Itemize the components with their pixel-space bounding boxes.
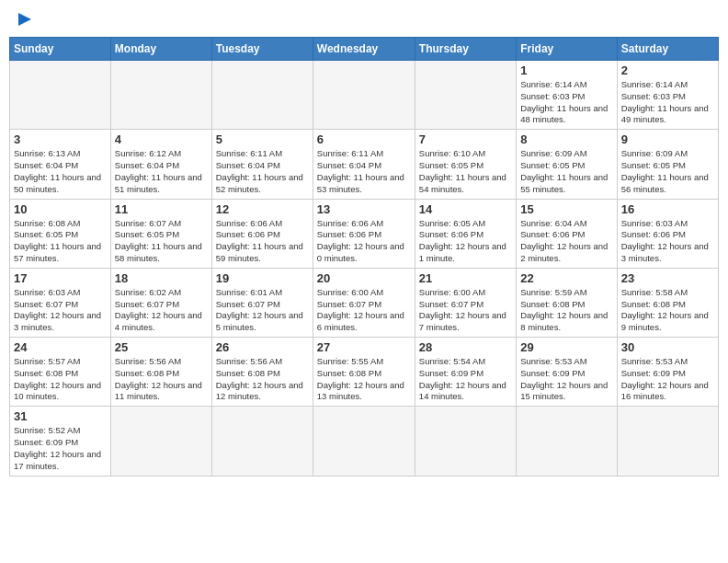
calendar-cell: 8Sunrise: 6:09 AM Sunset: 6:05 PM Daylig… bbox=[517, 130, 617, 199]
calendar-cell: 4Sunrise: 6:12 AM Sunset: 6:04 PM Daylig… bbox=[110, 130, 211, 199]
weekday-header: Wednesday bbox=[313, 38, 415, 61]
calendar-cell: 24Sunrise: 5:57 AM Sunset: 6:08 PM Dayli… bbox=[10, 338, 111, 407]
day-info: Sunrise: 6:10 AM Sunset: 6:05 PM Dayligh… bbox=[419, 148, 512, 195]
calendar-cell: 29Sunrise: 5:53 AM Sunset: 6:09 PM Dayli… bbox=[517, 338, 617, 407]
day-number: 31 bbox=[14, 409, 107, 423]
day-info: Sunrise: 5:56 AM Sunset: 6:08 PM Dayligh… bbox=[216, 356, 309, 403]
day-number: 23 bbox=[621, 271, 714, 285]
calendar-cell: 5Sunrise: 6:11 AM Sunset: 6:04 PM Daylig… bbox=[211, 130, 313, 199]
calendar-cell: 9Sunrise: 6:09 AM Sunset: 6:05 PM Daylig… bbox=[617, 130, 718, 199]
day-info: Sunrise: 6:00 AM Sunset: 6:07 PM Dayligh… bbox=[317, 287, 411, 334]
day-number: 2 bbox=[621, 63, 714, 77]
day-info: Sunrise: 6:13 AM Sunset: 6:04 PM Dayligh… bbox=[14, 148, 107, 195]
day-number: 12 bbox=[216, 202, 309, 216]
day-number: 20 bbox=[317, 271, 411, 285]
weekday-header: Saturday bbox=[617, 38, 718, 61]
calendar-cell: 11Sunrise: 6:07 AM Sunset: 6:05 PM Dayli… bbox=[110, 199, 211, 268]
day-number: 24 bbox=[14, 340, 107, 354]
day-info: Sunrise: 6:07 AM Sunset: 6:05 PM Dayligh… bbox=[115, 218, 208, 265]
calendar-week-row: 3Sunrise: 6:13 AM Sunset: 6:04 PM Daylig… bbox=[10, 130, 719, 199]
day-number: 26 bbox=[216, 340, 309, 354]
day-info: Sunrise: 6:06 AM Sunset: 6:06 PM Dayligh… bbox=[317, 218, 411, 265]
calendar-cell: 14Sunrise: 6:05 AM Sunset: 6:06 PM Dayli… bbox=[415, 199, 516, 268]
calendar-week-row: 24Sunrise: 5:57 AM Sunset: 6:08 PM Dayli… bbox=[10, 338, 719, 407]
day-info: Sunrise: 5:54 AM Sunset: 6:09 PM Dayligh… bbox=[419, 356, 512, 403]
day-number: 3 bbox=[14, 132, 107, 146]
calendar-cell bbox=[415, 407, 516, 476]
day-info: Sunrise: 6:02 AM Sunset: 6:07 PM Dayligh… bbox=[115, 287, 208, 334]
calendar-week-row: 10Sunrise: 6:08 AM Sunset: 6:05 PM Dayli… bbox=[10, 199, 719, 268]
day-info: Sunrise: 6:08 AM Sunset: 6:05 PM Dayligh… bbox=[14, 218, 107, 265]
calendar-cell: 26Sunrise: 5:56 AM Sunset: 6:08 PM Dayli… bbox=[211, 338, 313, 407]
weekday-header: Tuesday bbox=[211, 38, 313, 61]
day-number: 6 bbox=[317, 132, 411, 146]
day-info: Sunrise: 5:58 AM Sunset: 6:08 PM Dayligh… bbox=[621, 287, 714, 334]
day-info: Sunrise: 5:55 AM Sunset: 6:08 PM Dayligh… bbox=[317, 356, 411, 403]
day-number: 13 bbox=[317, 202, 411, 216]
calendar-cell: 23Sunrise: 5:58 AM Sunset: 6:08 PM Dayli… bbox=[617, 268, 718, 337]
calendar-cell: 19Sunrise: 6:01 AM Sunset: 6:07 PM Dayli… bbox=[211, 268, 313, 337]
day-number: 7 bbox=[419, 132, 512, 146]
day-number: 17 bbox=[14, 271, 107, 285]
page-header bbox=[9, 9, 719, 29]
calendar-cell bbox=[10, 61, 111, 130]
day-info: Sunrise: 6:12 AM Sunset: 6:04 PM Dayligh… bbox=[115, 148, 208, 195]
day-number: 29 bbox=[520, 340, 612, 354]
calendar-cell bbox=[110, 407, 211, 476]
day-info: Sunrise: 6:09 AM Sunset: 6:05 PM Dayligh… bbox=[520, 148, 612, 195]
weekday-header: Monday bbox=[110, 38, 211, 61]
calendar-cell: 12Sunrise: 6:06 AM Sunset: 6:06 PM Dayli… bbox=[211, 199, 313, 268]
calendar-cell bbox=[617, 407, 718, 476]
calendar-cell: 22Sunrise: 5:59 AM Sunset: 6:08 PM Dayli… bbox=[517, 268, 617, 337]
calendar-cell: 2Sunrise: 6:14 AM Sunset: 6:03 PM Daylig… bbox=[617, 61, 718, 130]
calendar-cell: 28Sunrise: 5:54 AM Sunset: 6:09 PM Dayli… bbox=[415, 338, 516, 407]
calendar-table: SundayMondayTuesdayWednesdayThursdayFrid… bbox=[9, 37, 719, 477]
day-number: 21 bbox=[419, 271, 512, 285]
day-number: 18 bbox=[115, 271, 208, 285]
weekday-header: Thursday bbox=[415, 38, 516, 61]
day-number: 8 bbox=[520, 132, 612, 146]
day-info: Sunrise: 6:03 AM Sunset: 6:06 PM Dayligh… bbox=[621, 218, 714, 265]
calendar-cell: 27Sunrise: 5:55 AM Sunset: 6:08 PM Dayli… bbox=[313, 338, 415, 407]
calendar-cell: 30Sunrise: 5:53 AM Sunset: 6:09 PM Dayli… bbox=[617, 338, 718, 407]
day-info: Sunrise: 6:11 AM Sunset: 6:04 PM Dayligh… bbox=[317, 148, 411, 195]
day-info: Sunrise: 6:11 AM Sunset: 6:04 PM Dayligh… bbox=[216, 148, 309, 195]
day-info: Sunrise: 6:04 AM Sunset: 6:06 PM Dayligh… bbox=[520, 218, 612, 265]
day-info: Sunrise: 6:03 AM Sunset: 6:07 PM Dayligh… bbox=[14, 287, 107, 334]
logo-icon bbox=[15, 9, 35, 29]
calendar-cell bbox=[211, 407, 313, 476]
day-number: 28 bbox=[419, 340, 512, 354]
day-info: Sunrise: 6:09 AM Sunset: 6:05 PM Dayligh… bbox=[621, 148, 714, 195]
day-info: Sunrise: 5:56 AM Sunset: 6:08 PM Dayligh… bbox=[115, 356, 208, 403]
calendar-cell: 17Sunrise: 6:03 AM Sunset: 6:07 PM Dayli… bbox=[10, 268, 111, 337]
day-number: 9 bbox=[621, 132, 714, 146]
day-number: 4 bbox=[115, 132, 208, 146]
day-number: 5 bbox=[216, 132, 309, 146]
day-info: Sunrise: 5:53 AM Sunset: 6:09 PM Dayligh… bbox=[520, 356, 612, 403]
weekday-header: Friday bbox=[517, 38, 617, 61]
day-number: 25 bbox=[115, 340, 208, 354]
day-number: 11 bbox=[115, 202, 208, 216]
weekday-header: Sunday bbox=[10, 38, 111, 61]
day-number: 16 bbox=[621, 202, 714, 216]
calendar-cell: 21Sunrise: 6:00 AM Sunset: 6:07 PM Dayli… bbox=[415, 268, 516, 337]
calendar-cell bbox=[517, 407, 617, 476]
calendar-cell: 15Sunrise: 6:04 AM Sunset: 6:06 PM Dayli… bbox=[517, 199, 617, 268]
calendar-cell: 20Sunrise: 6:00 AM Sunset: 6:07 PM Dayli… bbox=[313, 268, 415, 337]
calendar-header-row: SundayMondayTuesdayWednesdayThursdayFrid… bbox=[10, 38, 719, 61]
calendar-cell: 13Sunrise: 6:06 AM Sunset: 6:06 PM Dayli… bbox=[313, 199, 415, 268]
calendar-cell: 3Sunrise: 6:13 AM Sunset: 6:04 PM Daylig… bbox=[10, 130, 111, 199]
day-info: Sunrise: 6:00 AM Sunset: 6:07 PM Dayligh… bbox=[419, 287, 512, 334]
logo bbox=[13, 9, 35, 29]
day-info: Sunrise: 6:14 AM Sunset: 6:03 PM Dayligh… bbox=[621, 79, 714, 126]
day-number: 10 bbox=[14, 202, 107, 216]
day-number: 1 bbox=[520, 63, 612, 77]
calendar-cell bbox=[313, 61, 415, 130]
day-info: Sunrise: 6:14 AM Sunset: 6:03 PM Dayligh… bbox=[520, 79, 612, 126]
day-info: Sunrise: 5:52 AM Sunset: 6:09 PM Dayligh… bbox=[14, 425, 107, 472]
calendar-cell: 18Sunrise: 6:02 AM Sunset: 6:07 PM Dayli… bbox=[110, 268, 211, 337]
day-number: 15 bbox=[520, 202, 612, 216]
day-info: Sunrise: 5:59 AM Sunset: 6:08 PM Dayligh… bbox=[520, 287, 612, 334]
day-info: Sunrise: 6:06 AM Sunset: 6:06 PM Dayligh… bbox=[216, 218, 309, 265]
day-info: Sunrise: 5:57 AM Sunset: 6:08 PM Dayligh… bbox=[14, 356, 107, 403]
